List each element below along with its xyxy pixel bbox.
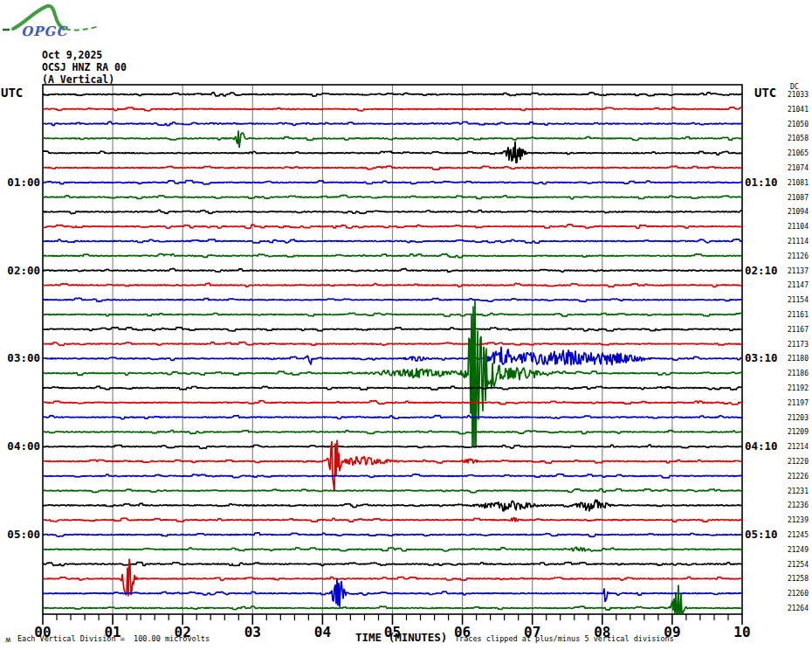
dc-value-03:30: 21197 [782,399,809,407]
dc-value-01:10: 21087 [782,194,809,202]
dc-value-01:50: 21126 [782,252,809,260]
dc-value-01:40: 21114 [782,238,809,245]
dc-value-00:20: 21050 [782,121,809,128]
left-time-02:00: 02:00 [5,264,40,277]
dc-value-03:40: 21203 [782,414,809,422]
dc-value-02:20: 21154 [782,296,809,304]
dc-value-04:30: 21231 [782,488,809,495]
dc-value-05:30: 21258 [782,575,809,583]
dc-value-04:10: 21220 [782,458,809,466]
x-tick-04: 04 [303,624,341,640]
helicorder-page: OPGC Oct 9,2025 OCSJ HNZ RA 00 (A Vertic… [0,0,812,650]
dc-value-04:40: 21236 [782,501,809,509]
dc-value-02:10: 21147 [782,281,809,289]
left-time-01:00: 01:00 [5,176,40,189]
left-time-04:00: 04:00 [5,439,40,453]
dc-value-03:50: 21209 [782,428,809,436]
dc-value-00:40: 21065 [782,149,809,157]
left-time-05:00: 05:00 [5,528,40,541]
dc-value-05:50: 21264 [782,605,809,612]
dc-value-02:40: 21167 [782,326,809,334]
dc-value-05:20: 21254 [782,561,809,569]
dc-value-01:30: 21104 [782,223,809,231]
dc-value-00:30: 21058 [782,135,809,142]
right-time-01:10: 01:10 [745,176,778,189]
x-axis-title: TIME (MINUTES) [355,631,447,644]
dc-value-03:00: 21180 [782,355,809,363]
dc-value-02:30: 21161 [782,311,809,319]
left-time-03:00: 03:00 [5,351,40,364]
dc-value-04:00: 21214 [782,443,809,451]
dc-value-03:10: 21186 [782,370,809,377]
dc-value-03:20: 21192 [782,384,809,392]
dc-value-01:00: 21081 [782,179,809,187]
scale-note: Each Vertical Division = 100.00 microvol… [17,634,210,643]
dc-value-01:20: 21094 [782,208,809,216]
right-time-04:10: 04:10 [745,439,778,453]
dc-value-05:40: 21260 [782,590,809,598]
x-tick-03: 03 [233,624,272,640]
right-time-05:10: 05:10 [745,528,778,541]
dc-value-00:10: 21041 [782,106,809,114]
clip-note: Traces clipped at plus/minus 5 vertical … [455,634,674,643]
dc-value-02:00: 21137 [782,267,809,275]
dc-value-05:10: 21249 [782,546,809,554]
dc-value-00:00: 21033 [782,91,809,99]
corner-glyph: ʍ [5,636,11,644]
seismogram-plot [0,0,812,650]
dc-value-05:00: 21245 [782,531,809,539]
dc-value-04:20: 21226 [782,473,809,481]
right-time-02:10: 02:10 [745,264,778,277]
dc-value-02:50: 21173 [782,341,809,349]
dc-value-00:50: 21074 [782,164,809,172]
dc-value-04:50: 21239 [782,516,809,524]
x-tick-10: 10 [723,624,761,640]
right-time-03:10: 03:10 [745,351,778,364]
